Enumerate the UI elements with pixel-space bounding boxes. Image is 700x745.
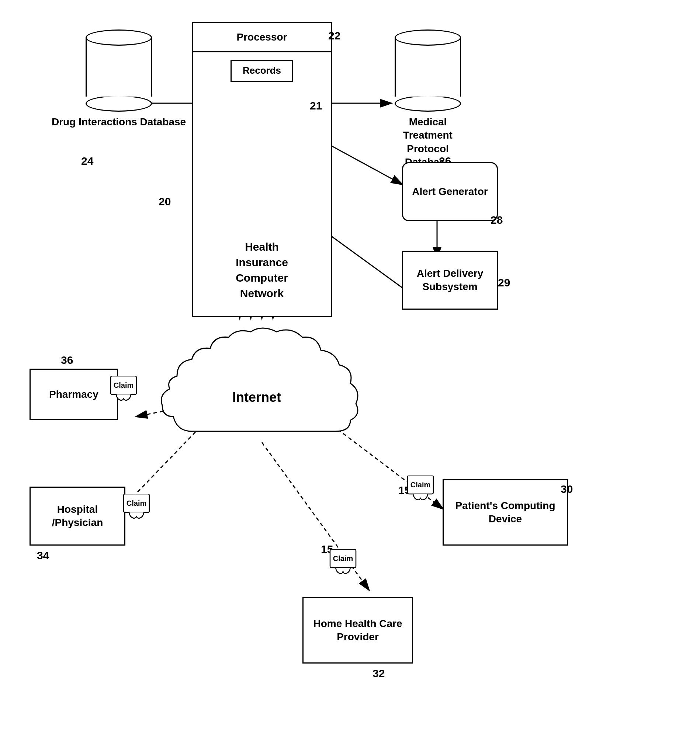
claim-tag-pharmacy: Claim [109,376,138,403]
num-21: 21 [310,100,322,112]
cylinder-bottom-2 [395,96,461,112]
claim-tag-home: Claim [328,549,358,576]
cylinder-body [85,37,152,97]
home-health-box: Home Health Care Provider [303,597,413,664]
health-insurance-label: HealthInsuranceComputerNetwork [193,232,331,316]
drug-db-label: Drug Interactions Database [52,115,186,129]
alert-generator-box: Alert Generator [402,162,498,221]
claim-tag-hospital: Claim [122,494,151,521]
svg-text:Internet: Internet [232,390,281,405]
drug-interactions-db: Drug Interactions Database [52,30,186,129]
svg-line-6 [321,140,402,184]
num-30: 30 [561,483,573,495]
num-29: 29 [498,277,510,289]
num-36: 36 [61,354,73,367]
cylinder-body-2 [395,37,461,97]
claim-tag-patient: Claim [406,476,435,503]
num-34: 34 [37,549,49,562]
num-20: 20 [159,195,171,208]
alert-delivery-box: Alert Delivery Subsystem [402,251,498,310]
patient-device-box: Patient's Computing Device [442,479,568,546]
num-22: 22 [328,30,340,42]
svg-line-8 [321,229,402,287]
medical-protocol-db: MedicalTreatmentProtocolDatabase [395,30,461,169]
cylinder-bottom [85,96,152,112]
cylinder-top-2 [395,30,461,46]
health-insurance-box: Processor Records HealthInsuranceCompute… [192,22,332,317]
num-32: 32 [373,667,385,680]
internet-cloud: Internet [155,321,361,461]
cylinder-top [85,30,152,46]
diagram: 14 15 15 15 15 Drug Interactions Databas… [0,0,700,745]
svg-text:Claim: Claim [114,381,133,389]
num-24: 24 [81,155,93,168]
hospital-box: Hospital /Physician [30,486,125,546]
processor-label: Processor [193,23,331,52]
num-28: 28 [490,214,503,226]
svg-text:Claim: Claim [411,481,430,489]
svg-text:Claim: Claim [126,499,147,507]
records-box: Records [231,60,293,82]
svg-text:Claim: Claim [333,554,353,562]
pharmacy-box: Pharmacy [30,369,118,420]
